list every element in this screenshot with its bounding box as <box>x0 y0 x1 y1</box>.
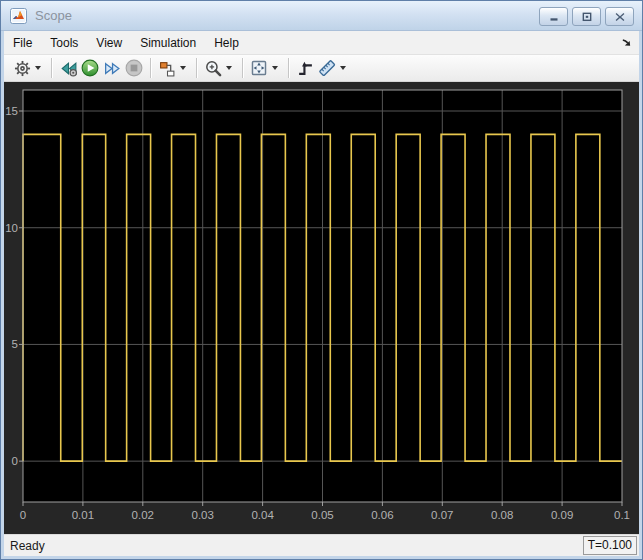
status-text: Ready <box>10 539 45 553</box>
restore-button[interactable] <box>572 7 601 26</box>
window-controls <box>539 7 634 26</box>
sim-time-display: T=0.100 <box>583 536 637 555</box>
y-tick-label: 10 <box>5 222 18 234</box>
highlight-simulink-block-button[interactable] <box>156 57 178 79</box>
x-tick-label: 0.1 <box>614 509 630 521</box>
step-back-icon <box>59 60 78 77</box>
run-icon <box>81 59 99 77</box>
y-tick-label: 5 <box>12 338 18 350</box>
x-tick-label: 0.05 <box>311 509 333 521</box>
title-bar[interactable]: Scope <box>1 1 642 31</box>
step-forward-button[interactable] <box>101 57 123 79</box>
stop-button[interactable] <box>123 57 145 79</box>
minimize-icon <box>547 10 561 24</box>
highlight-block-dropdown chevron-down-icon[interactable] <box>180 66 186 70</box>
y-tick-label: 0 <box>12 455 18 467</box>
toolbar <box>4 55 639 82</box>
x-tick-label: 0.04 <box>251 509 274 521</box>
menu-bar: FileToolsViewSimulationHelp <box>4 31 639 55</box>
gear-icon <box>14 60 31 77</box>
span-arrows-icon <box>250 59 268 77</box>
zoom-dropdown chevron-down-icon[interactable] <box>226 66 232 70</box>
matlab-scope-icon <box>10 8 27 24</box>
step-back-button[interactable] <box>57 57 79 79</box>
block-diagram-icon <box>159 60 176 77</box>
x-tick-label: 0.03 <box>192 509 214 521</box>
ruler-icon <box>318 59 336 77</box>
x-tick-label: 0.07 <box>431 509 453 521</box>
plot-figure: 00.010.020.030.040.050.060.070.080.090.1… <box>4 82 639 534</box>
x-tick-label: 0.01 <box>72 509 94 521</box>
configuration-dropdown chevron-down-icon[interactable] <box>35 66 41 70</box>
close-icon <box>613 10 627 24</box>
minimize-button[interactable] <box>539 7 568 26</box>
menu-item-help[interactable]: Help <box>205 32 248 54</box>
x-tick-label: 0 <box>20 509 26 521</box>
x-tick-label: 0.02 <box>132 509 154 521</box>
zoom-icon <box>205 60 222 77</box>
measurements-dropdown chevron-down-icon[interactable] <box>340 66 346 70</box>
toolbar-separator <box>150 58 151 78</box>
scope-plot[interactable]: 00.010.020.030.040.050.060.070.080.090.1… <box>4 82 639 534</box>
menu-item-file[interactable]: File <box>4 32 41 54</box>
stop-icon <box>125 59 143 77</box>
x-tick-label: 0.06 <box>371 509 393 521</box>
run-button[interactable] <box>79 57 101 79</box>
close-button[interactable] <box>605 7 634 26</box>
trigger-icon <box>297 60 314 77</box>
toolbar-separator <box>242 58 243 78</box>
dock-arrow-icon[interactable] <box>621 37 632 48</box>
scale-axes-dropdown chevron-down-icon[interactable] <box>272 66 278 70</box>
scope-window: Scope FileToolsViewSimulationHelp <box>0 0 643 560</box>
x-tick-label: 0.08 <box>491 509 513 521</box>
y-tick-label: 15 <box>5 105 18 117</box>
status-bar: Ready T=0.100 <box>4 534 639 556</box>
menu-item-simulation[interactable]: Simulation <box>131 32 205 54</box>
toolbar-separator <box>196 58 197 78</box>
scale-axes-button[interactable] <box>248 57 270 79</box>
zoom-button[interactable] <box>202 57 224 79</box>
x-tick-label: 0.09 <box>551 509 573 521</box>
measurements-button[interactable] <box>316 57 338 79</box>
trigger-button[interactable] <box>294 57 316 79</box>
restore-icon <box>580 10 594 24</box>
menu-item-tools[interactable]: Tools <box>41 32 87 54</box>
configuration-properties-button[interactable] <box>11 57 33 79</box>
window-title: Scope <box>35 8 72 23</box>
menu-item-view[interactable]: View <box>87 32 131 54</box>
toolbar-separator <box>51 58 52 78</box>
toolbar-separator <box>288 58 289 78</box>
step-forward-icon <box>103 60 121 77</box>
